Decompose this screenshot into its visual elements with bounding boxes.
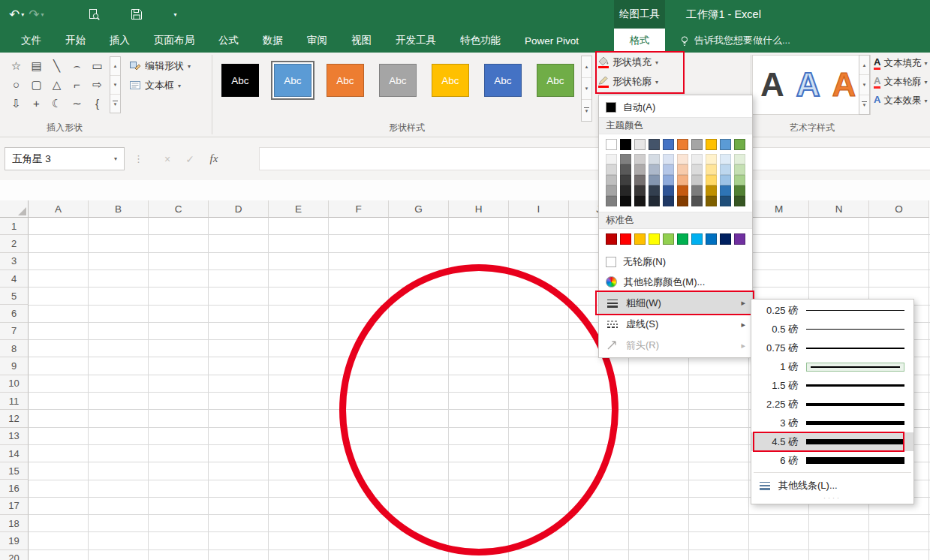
text-outline-button[interactable]: A 文本轮廓 ▾ <box>874 76 927 89</box>
save-button[interactable] <box>131 8 143 20</box>
standard-color-swatch[interactable] <box>691 233 703 245</box>
shape-style-tile[interactable]: Abc <box>379 64 417 97</box>
theme-shade-swatch[interactable] <box>720 175 731 185</box>
column-header-M[interactable]: M <box>749 200 809 218</box>
theme-shade-swatch[interactable] <box>677 196 688 206</box>
column-header-G[interactable]: G <box>389 200 449 218</box>
theme-shade-swatch[interactable] <box>677 164 688 175</box>
theme-shade-swatch[interactable] <box>606 196 617 206</box>
scroll-up-icon[interactable]: ▲ <box>582 56 591 78</box>
down-arrow-icon[interactable]: ⇩ <box>6 94 26 113</box>
shape-style-tile[interactable]: Abc <box>484 64 522 97</box>
menu-item-no-outline[interactable]: 无轮廓(N) <box>599 251 752 272</box>
wordart-style-orange[interactable]: A <box>832 68 856 101</box>
theme-shade-swatch[interactable] <box>734 185 745 196</box>
theme-shade-swatch[interactable] <box>691 164 703 175</box>
ribbon-tab[interactable]: 审阅 <box>295 29 339 53</box>
theme-shade-swatch[interactable] <box>706 185 717 196</box>
row-header-9[interactable]: 9 <box>0 357 29 375</box>
weight-option[interactable]: 4.5 磅 <box>751 432 913 451</box>
tell-me-box[interactable]: 告诉我您想要做什么... <box>679 29 790 53</box>
theme-shade-swatch[interactable] <box>734 154 745 164</box>
ribbon-tab[interactable]: 公式 <box>206 29 251 53</box>
weight-option[interactable]: 1 磅 <box>751 357 913 376</box>
theme-color-swatch[interactable] <box>620 139 631 150</box>
standard-color-swatch[interactable] <box>606 233 617 245</box>
theme-shade-swatch[interactable] <box>606 175 617 185</box>
row-header-3[interactable]: 3 <box>0 253 29 270</box>
theme-shade-swatch[interactable] <box>649 154 660 164</box>
menu-item-automatic[interactable]: 自动(A) <box>599 97 752 117</box>
drawing-tools-contextual-tab[interactable]: 绘图工具 <box>614 0 665 29</box>
cross-icon[interactable]: + <box>26 94 47 113</box>
column-header-E[interactable]: E <box>269 200 329 218</box>
theme-color-swatch[interactable] <box>691 139 703 150</box>
menu-item-weight[interactable]: 粗细(W) ▸ <box>599 292 752 314</box>
star-icon[interactable]: ☆ <box>6 56 26 75</box>
row-header-7[interactable]: 7 <box>0 323 29 340</box>
row-header-8[interactable]: 8 <box>0 340 29 357</box>
brace-icon[interactable]: { <box>87 94 107 113</box>
scroll-down-icon[interactable]: ▼ <box>110 76 120 95</box>
theme-shade-swatch[interactable] <box>620 185 631 196</box>
theme-shade-swatch[interactable] <box>734 196 745 206</box>
theme-shade-swatch[interactable] <box>720 196 731 206</box>
theme-color-swatch[interactable] <box>734 139 745 150</box>
standard-color-swatch[interactable] <box>677 233 688 245</box>
text-effects-button[interactable]: A 文本效果 ▾ <box>874 95 927 107</box>
theme-color-swatch[interactable] <box>677 139 688 150</box>
theme-shade-swatch[interactable] <box>663 175 674 185</box>
theme-shade-swatch[interactable] <box>649 185 660 196</box>
theme-shade-swatch[interactable] <box>691 185 703 196</box>
theme-color-swatch[interactable] <box>663 139 674 150</box>
row-header-18[interactable]: 18 <box>0 515 29 532</box>
ribbon-tab[interactable]: 页面布局 <box>142 29 206 53</box>
formula-input[interactable] <box>259 147 930 170</box>
theme-shade-swatch[interactable] <box>606 164 617 175</box>
shape-style-tile[interactable]: Abc <box>327 64 364 97</box>
row-header-15[interactable]: 15 <box>0 462 29 480</box>
ribbon-tab[interactable]: 格式 <box>614 29 665 53</box>
oval-icon[interactable]: ○ <box>6 75 26 94</box>
theme-shade-swatch[interactable] <box>706 175 717 185</box>
banner-icon[interactable]: ▤ <box>26 56 47 75</box>
rectangle-icon[interactable]: ▭ <box>87 56 107 75</box>
row-header-6[interactable]: 6 <box>0 305 29 322</box>
elbow-connector-icon[interactable]: ⌐ <box>67 75 87 94</box>
curve-icon[interactable]: ∼ <box>67 94 87 113</box>
column-header-H[interactable]: H <box>449 200 509 218</box>
standard-color-swatch[interactable] <box>620 233 631 245</box>
select-all-corner[interactable] <box>0 200 29 218</box>
edit-shape-button[interactable]: 编辑形状 ▾ <box>129 59 191 73</box>
theme-shade-swatch[interactable] <box>663 164 674 175</box>
name-box-caret-icon[interactable]: ▾ <box>107 155 124 162</box>
menu-item-more-outline-colors[interactable]: 其他轮廓颜色(M)... <box>599 272 752 292</box>
theme-shade-swatch[interactable] <box>677 154 688 164</box>
row-header-10[interactable]: 10 <box>0 375 29 393</box>
theme-shade-swatch[interactable] <box>649 175 660 185</box>
theme-shade-swatch[interactable] <box>706 196 717 206</box>
theme-shade-swatch[interactable] <box>634 175 646 185</box>
undo-caret-icon[interactable]: ▾ <box>21 11 24 18</box>
menu-resize-grip[interactable]: ···· <box>751 495 913 502</box>
standard-color-swatch[interactable] <box>663 233 674 245</box>
standard-color-swatch[interactable] <box>720 233 731 245</box>
ribbon-tab[interactable]: 开发工具 <box>384 29 448 53</box>
theme-shade-swatch[interactable] <box>706 164 717 175</box>
standard-color-swatch[interactable] <box>634 233 646 245</box>
undo-button[interactable]: ↶▾ <box>9 7 24 23</box>
menu-item-more-lines[interactable]: 其他线条(L)... <box>751 475 913 495</box>
name-box[interactable]: 五角星 3 ▾ <box>5 147 125 170</box>
wordart-style-blue-outline[interactable]: A <box>796 68 820 101</box>
menu-item-arrows[interactable]: 箭头(R) ▸ <box>599 335 752 356</box>
theme-shade-swatch[interactable] <box>663 185 674 196</box>
gallery-more-icon[interactable]: ▼ <box>582 100 591 121</box>
theme-shade-swatch[interactable] <box>634 154 646 164</box>
theme-shade-swatch[interactable] <box>620 175 631 185</box>
scroll-down-icon[interactable]: ▼ <box>582 78 591 100</box>
theme-shade-swatch[interactable] <box>691 175 703 185</box>
weight-option[interactable]: 0.5 磅 <box>751 320 913 339</box>
row-header-2[interactable]: 2 <box>0 235 29 252</box>
gallery-more-icon[interactable]: ▼ <box>110 95 120 113</box>
confirm-entry-button[interactable]: ✓ <box>180 147 200 170</box>
